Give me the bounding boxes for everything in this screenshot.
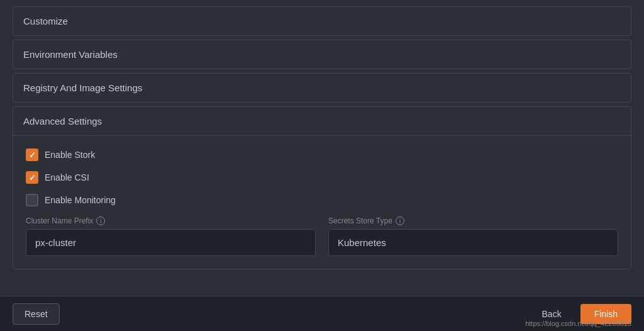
enable-stork-label: Enable Stork xyxy=(45,150,95,160)
enable-monitoring-label: Enable Monitoring xyxy=(45,195,116,205)
accordion-environment-variables[interactable]: Environment Variables xyxy=(13,40,631,69)
accordion-registry-image-settings[interactable]: Registry And Image Settings xyxy=(13,73,631,103)
accordion-header-customize[interactable]: Customize xyxy=(13,7,631,35)
accordion-label-registry-image-settings: Registry And Image Settings xyxy=(23,82,142,93)
accordion-advanced-settings: Advanced Settings ✓ Enable Stork ✓ Enabl… xyxy=(13,106,631,269)
accordion-header-registry-image-settings[interactable]: Registry And Image Settings xyxy=(13,74,631,102)
footer-left: Reset xyxy=(13,303,60,325)
enable-csi-label: Enable CSI xyxy=(45,172,89,182)
accordion-header-advanced-settings[interactable]: Advanced Settings xyxy=(13,107,631,136)
checkmark-icon-csi: ✓ xyxy=(29,173,36,182)
form-fields-row: Cluster Name Prefix i Secrets Store Type… xyxy=(26,216,618,256)
enable-monitoring-row: Enable Monitoring xyxy=(26,194,618,206)
accordion-label-environment-variables: Environment Variables xyxy=(23,49,118,60)
enable-stork-row: ✓ Enable Stork xyxy=(26,149,618,161)
reset-button[interactable]: Reset xyxy=(13,303,60,325)
secrets-store-type-input[interactable] xyxy=(328,229,618,256)
accordion-customize[interactable]: Customize xyxy=(13,6,631,36)
secrets-store-type-label: Secrets Store Type i xyxy=(328,216,618,225)
checkmark-icon: ✓ xyxy=(29,150,36,160)
secrets-store-type-group: Secrets Store Type i xyxy=(328,216,618,256)
enable-monitoring-checkbox[interactable] xyxy=(26,194,38,206)
advanced-settings-content: ✓ Enable Stork ✓ Enable CSI Enable Monit… xyxy=(13,136,631,269)
cluster-name-prefix-group: Cluster Name Prefix i xyxy=(26,216,316,256)
cluster-name-prefix-input[interactable] xyxy=(26,229,316,256)
enable-csi-checkbox[interactable]: ✓ xyxy=(26,171,38,184)
accordion-header-environment-variables[interactable]: Environment Variables xyxy=(13,40,631,69)
accordion-label-advanced-settings: Advanced Settings xyxy=(23,116,102,126)
footer-url: https://blog.csdn.net/qq_42206813 xyxy=(525,320,631,327)
enable-csi-row: ✓ Enable CSI xyxy=(26,171,618,184)
enable-stork-checkbox[interactable]: ✓ xyxy=(26,149,38,161)
cluster-name-prefix-label: Cluster Name Prefix i xyxy=(26,216,316,225)
accordion-label-customize: Customize xyxy=(23,16,68,26)
secrets-store-type-info-icon[interactable]: i xyxy=(396,216,404,225)
cluster-name-prefix-info-icon[interactable]: i xyxy=(96,216,105,225)
